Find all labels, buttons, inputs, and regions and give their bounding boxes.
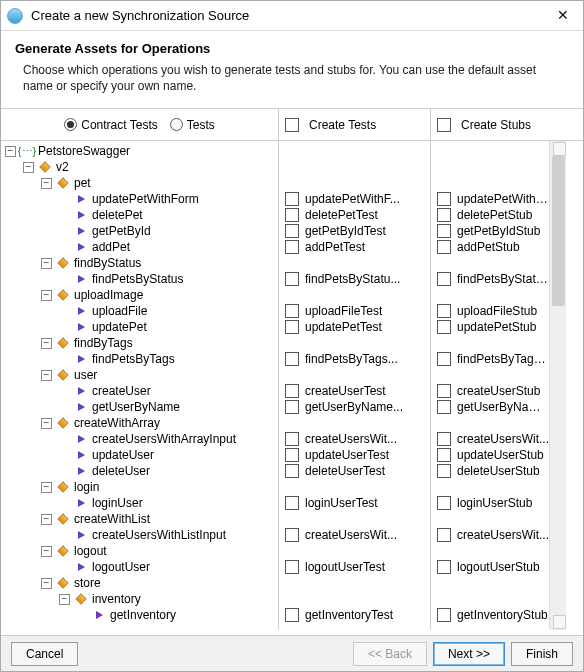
expand-toggle-icon[interactable]: −	[41, 258, 52, 269]
stub-name[interactable]: loginUserStub	[457, 496, 532, 510]
create-stubs-all-checkbox[interactable]	[437, 118, 451, 132]
create-test-checkbox[interactable]	[285, 208, 299, 222]
stub-name[interactable]: addPetStub	[457, 240, 520, 254]
tree-row[interactable]: −findByTags	[1, 335, 278, 351]
tree-row[interactable]: −createWithList	[1, 511, 278, 527]
tree-row[interactable]: −logout	[1, 543, 278, 559]
tree-row[interactable]: createUsersWithListInput	[1, 527, 278, 543]
test-name[interactable]: getInventoryTest	[305, 608, 393, 622]
tree-row[interactable]: deleteUser	[1, 463, 278, 479]
tree-row[interactable]: createUsersWithArrayInput	[1, 431, 278, 447]
expand-toggle-icon[interactable]: −	[41, 418, 52, 429]
tree-row[interactable]: −createWithArray	[1, 415, 278, 431]
expand-toggle-icon[interactable]: −	[41, 514, 52, 525]
tree-row[interactable]: −v2	[1, 159, 278, 175]
test-name[interactable]: createUsersWit...	[305, 432, 397, 446]
tree-row[interactable]: logoutUser	[1, 559, 278, 575]
tree-row[interactable]: findPetsByTags	[1, 351, 278, 367]
create-test-checkbox[interactable]	[285, 528, 299, 542]
stub-name[interactable]: findPetsByStatu...	[457, 272, 549, 286]
test-name[interactable]: loginUserTest	[305, 496, 378, 510]
create-test-checkbox[interactable]	[285, 192, 299, 206]
test-name[interactable]: findPetsByStatu...	[305, 272, 400, 286]
create-test-checkbox[interactable]	[285, 608, 299, 622]
create-test-checkbox[interactable]	[285, 352, 299, 366]
tree-row[interactable]: updatePet	[1, 319, 278, 335]
tree-row[interactable]: uploadFile	[1, 303, 278, 319]
tree-row[interactable]: −store	[1, 575, 278, 591]
stub-name[interactable]: getPetByIdStub	[457, 224, 540, 238]
create-test-checkbox[interactable]	[285, 448, 299, 462]
tree-row[interactable]: −findByStatus	[1, 255, 278, 271]
operations-tree[interactable]: −{⋯}PetstoreSwagger−v2−petupdatePetWithF…	[1, 141, 279, 630]
create-test-checkbox[interactable]	[285, 432, 299, 446]
test-name[interactable]: createUserTest	[305, 384, 386, 398]
create-test-checkbox[interactable]	[285, 496, 299, 510]
tree-row[interactable]: −login	[1, 479, 278, 495]
expand-toggle-icon[interactable]: −	[23, 162, 34, 173]
next-button[interactable]: Next >>	[433, 642, 505, 666]
tree-row[interactable]: getUserByName	[1, 399, 278, 415]
create-test-checkbox[interactable]	[285, 320, 299, 334]
create-stub-checkbox[interactable]	[437, 240, 451, 254]
tree-row[interactable]: createUser	[1, 383, 278, 399]
expand-toggle-icon[interactable]: −	[41, 370, 52, 381]
test-name[interactable]: findPetsByTags...	[305, 352, 398, 366]
create-stub-checkbox[interactable]	[437, 432, 451, 446]
test-name[interactable]: addPetTest	[305, 240, 365, 254]
test-name[interactable]: getPetByIdTest	[305, 224, 386, 238]
test-name[interactable]: createUsersWit...	[305, 528, 397, 542]
expand-toggle-icon[interactable]: −	[41, 178, 52, 189]
tree-row[interactable]: getInventory	[1, 607, 278, 623]
create-stub-checkbox[interactable]	[437, 528, 451, 542]
stub-name[interactable]: deleteUserStub	[457, 464, 540, 478]
create-stub-checkbox[interactable]	[437, 192, 451, 206]
create-test-checkbox[interactable]	[285, 384, 299, 398]
tree-row[interactable]: loginUser	[1, 495, 278, 511]
stub-name[interactable]: updateUserStub	[457, 448, 544, 462]
create-test-checkbox[interactable]	[285, 464, 299, 478]
create-stub-checkbox[interactable]	[437, 384, 451, 398]
stub-name[interactable]: updatePetWithF...	[457, 192, 549, 206]
finish-button[interactable]: Finish	[511, 642, 573, 666]
create-stub-checkbox[interactable]	[437, 448, 451, 462]
cancel-button[interactable]: Cancel	[11, 642, 78, 666]
create-stub-checkbox[interactable]	[437, 560, 451, 574]
create-test-checkbox[interactable]	[285, 224, 299, 238]
create-stub-checkbox[interactable]	[437, 496, 451, 510]
test-name[interactable]: uploadFileTest	[305, 304, 382, 318]
expand-toggle-icon[interactable]: −	[41, 290, 52, 301]
stub-name[interactable]: createUsersWit...	[457, 432, 549, 446]
create-stub-checkbox[interactable]	[437, 352, 451, 366]
expand-toggle-icon[interactable]: −	[41, 546, 52, 557]
tree-row[interactable]: findPetsByStatus	[1, 271, 278, 287]
create-stub-checkbox[interactable]	[437, 208, 451, 222]
vertical-scrollbar[interactable]	[549, 141, 566, 630]
stub-name[interactable]: logoutUserStub	[457, 560, 540, 574]
tree-row[interactable]: −user	[1, 367, 278, 383]
create-test-checkbox[interactable]	[285, 304, 299, 318]
close-button[interactable]: ✕	[549, 6, 577, 26]
stub-name[interactable]: findPetsByTags...	[457, 352, 549, 366]
expand-toggle-icon[interactable]: −	[41, 482, 52, 493]
test-name[interactable]: deletePetTest	[305, 208, 378, 222]
stub-name[interactable]: uploadFileStub	[457, 304, 537, 318]
test-name[interactable]: logoutUserTest	[305, 560, 385, 574]
tree-row[interactable]: −uploadImage	[1, 287, 278, 303]
tree-row[interactable]: deletePet	[1, 207, 278, 223]
radio-tests[interactable]: Tests	[170, 118, 215, 132]
tree-row[interactable]: updateUser	[1, 447, 278, 463]
expand-toggle-icon[interactable]: −	[5, 146, 16, 157]
create-stub-checkbox[interactable]	[437, 400, 451, 414]
test-name[interactable]: deleteUserTest	[305, 464, 385, 478]
create-stub-checkbox[interactable]	[437, 224, 451, 238]
create-stub-checkbox[interactable]	[437, 464, 451, 478]
test-name[interactable]: getUserByName...	[305, 400, 403, 414]
tree-row[interactable]: −pet	[1, 175, 278, 191]
test-name[interactable]: updateUserTest	[305, 448, 389, 462]
tree-row[interactable]: addPet	[1, 239, 278, 255]
create-stub-checkbox[interactable]	[437, 272, 451, 286]
tree-row[interactable]: getPetById	[1, 223, 278, 239]
create-stub-checkbox[interactable]	[437, 320, 451, 334]
expand-toggle-icon[interactable]: −	[41, 338, 52, 349]
